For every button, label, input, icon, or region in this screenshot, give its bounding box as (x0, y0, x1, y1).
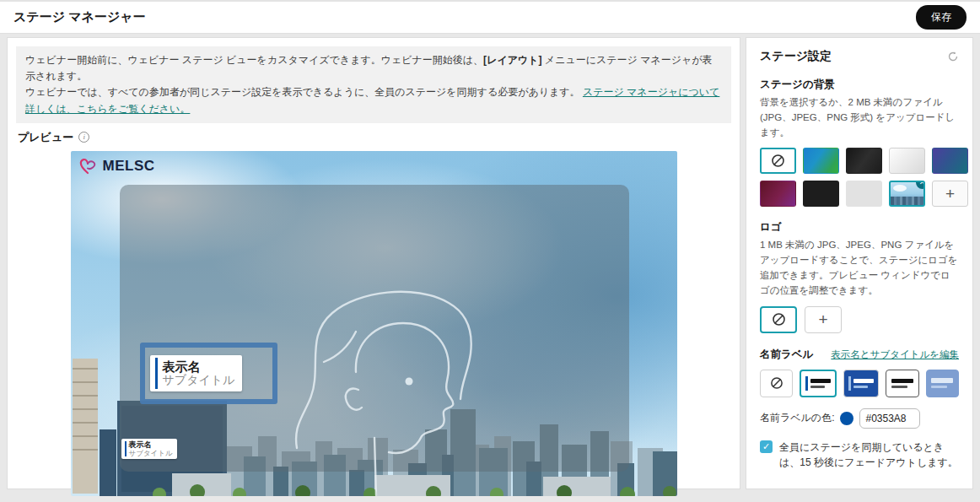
background-section-heading: ステージの背景 (760, 78, 959, 92)
stage-logo: MELSC (79, 157, 155, 175)
preview-heading: プレビュー (18, 130, 73, 145)
info-banner: ウェビナー開始前に、ウェビナー ステージ ビューをカスタマイズできます。ウェビナ… (16, 46, 731, 123)
remove-background-icon[interactable]: ✕ (916, 181, 925, 189)
background-thumbnail-none[interactable] (760, 148, 796, 174)
banner-line1-pre: ウェビナー開始前に、ウェビナー ステージ ビューをカスタマイズできます。ウェビナ… (25, 54, 483, 66)
stage-settings-panel: ステージ設定 ステージの背景 背景を選択するか、2 MB 未満のファイル (JP… (746, 37, 973, 489)
melsc-heart-icon (79, 157, 100, 175)
subtitle-text: サブタイトル (163, 374, 235, 386)
fade-out-setting: ✓ 全員にステージを同期しているときは、15 秒後にフェードアウトします。 (760, 440, 959, 470)
skyline-shape (891, 197, 923, 205)
app-header: ステージ マネージャー 保存 (0, 0, 980, 34)
label-line-shape (853, 379, 874, 383)
display-name-text: 表示名 (129, 440, 173, 450)
banner-line2: ウェビナーでは、すべての参加者が同じステージ設定を表示できるように、全員のステー… (25, 86, 580, 98)
background-thumbnail-red-purple[interactable] (760, 181, 796, 207)
display-name-text: 表示名 (163, 359, 235, 374)
background-upload-button[interactable]: + (932, 181, 968, 207)
refresh-icon[interactable] (947, 51, 959, 62)
sync-fade-label: 全員にステージを同期しているときは、15 秒後にフェードアウトします。 (779, 440, 959, 470)
prohibition-icon (770, 376, 783, 390)
settings-title: ステージ設定 (760, 49, 832, 64)
save-button[interactable]: 保存 (916, 5, 967, 30)
color-swatch[interactable] (840, 412, 853, 425)
label-bar-shape (848, 376, 851, 391)
name-label-section-heading: 名前ラベル (760, 348, 813, 362)
label-line-shape (810, 379, 831, 383)
label-line-shape (853, 386, 868, 388)
sync-fade-checkbox[interactable]: ✓ (760, 440, 773, 453)
stage-logo-text: MELSC (103, 158, 155, 175)
background-thumbnail-purple-teal[interactable] (932, 148, 968, 174)
label-style-none[interactable] (760, 370, 793, 397)
banner-line1-bold: [レイアウト] (483, 54, 541, 66)
cloud-shape (893, 185, 907, 192)
label-line-shape (891, 386, 907, 388)
label-bar-shape (805, 376, 808, 391)
label-style-left-bar-dark[interactable] (843, 370, 879, 397)
prohibition-icon (772, 312, 786, 327)
background-thumbnail-black[interactable] (803, 181, 839, 207)
background-thumbnail-grid: ✕ + (760, 148, 973, 207)
background-thumbnail-blue-green[interactable] (803, 148, 839, 174)
preview-panel: ウェビナー開始前に、ウェビナー ステージ ビューをカスタマイズできます。ウェビナ… (7, 37, 740, 489)
label-line-shape (931, 378, 953, 383)
background-thumbnail-light[interactable] (889, 148, 925, 174)
background-thumbnail-dark[interactable] (846, 148, 882, 174)
name-label-large: 表示名 サブタイトル (150, 355, 243, 391)
subtitle-text: サブタイトル (129, 450, 173, 457)
page-title: ステージ マネージャー (13, 9, 146, 25)
name-label-small[interactable]: 表示名 サブタイトル (121, 439, 177, 459)
background-section-description: 背景を選択するか、2 MB 未満のファイル (JPG、JPEG、PNG 形式) … (760, 95, 959, 140)
label-style-solid-blue[interactable] (926, 370, 959, 397)
background-thumbnail-gray[interactable] (846, 181, 882, 207)
plus-icon: + (945, 186, 955, 202)
label-line-shape (931, 386, 947, 388)
info-icon[interactable]: i (78, 132, 89, 143)
name-label-accent-bar (125, 441, 127, 456)
logo-option-none[interactable] (760, 306, 797, 333)
label-style-left-bar-light[interactable] (800, 370, 837, 397)
prohibition-icon (771, 154, 785, 168)
name-label-style-options (760, 370, 959, 397)
label-line-shape (810, 386, 825, 388)
plus-icon: + (818, 311, 827, 327)
stage-preview: MELSC 表示名 サブタイトル 表示名 サブタイトル (71, 151, 677, 496)
logo-section-heading: ロゴ (760, 220, 959, 235)
background-thumbnail-city-photo[interactable]: ✕ (889, 181, 925, 207)
logo-upload-button[interactable]: + (805, 306, 842, 333)
name-label-accent-bar (155, 358, 158, 389)
label-style-outlined[interactable] (886, 370, 918, 397)
name-label-color-label: 名前ラベルの色: (760, 411, 834, 425)
logo-options: + (760, 306, 959, 333)
label-line-shape (891, 379, 913, 383)
edit-display-name-link[interactable]: 表示名とサブタイトルを編集 (831, 348, 959, 361)
color-value-input[interactable] (859, 408, 920, 429)
name-label-drag-frame[interactable]: 表示名 サブタイトル (140, 343, 277, 404)
logo-section-description: 1 MB 未満の JPG、JPEG、PNG ファイルをアップロードすることで、ス… (760, 238, 959, 298)
